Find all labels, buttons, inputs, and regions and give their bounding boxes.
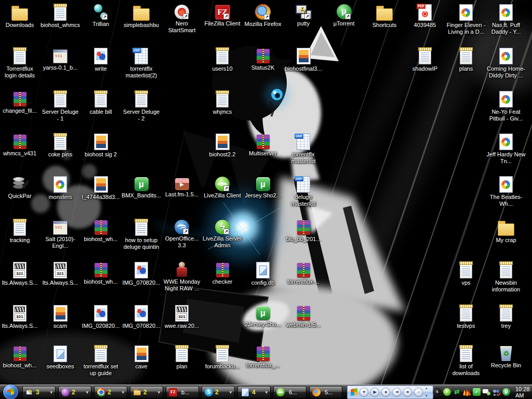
desktop-icon[interactable]: how to setup deluge quintin: [122, 218, 161, 250]
desktop-icon[interactable]: Server Deluge - 1: [41, 90, 80, 122]
desktop-icon[interactable]: simplebashbu: [122, 3, 161, 29]
tray-icon[interactable]: [483, 388, 490, 396]
desktop-icon[interactable]: Its.Always.S...: [41, 261, 80, 286]
desktop-icon[interactable]: shadowIP: [405, 47, 445, 72]
desktop-icon[interactable]: Its.Always.S...: [0, 304, 39, 329]
desktop-icon[interactable]: deluge masterlist: [284, 175, 323, 207]
desktop-icon[interactable]: biohost sig 2: [81, 132, 121, 158]
desktop-icon[interactable]: LiveZilla Client: [203, 175, 242, 199]
desktop-icon[interactable]: cave: [122, 344, 161, 370]
desktop-icon[interactable]: cable bill: [81, 90, 121, 115]
desktop-icon[interactable]: trey: [486, 304, 526, 329]
desktop-icon[interactable]: Multiserver: [243, 132, 283, 157]
desktop-icon[interactable]: plans: [446, 47, 486, 72]
desktop-icon[interactable]: torrentflx masterlist(2): [122, 47, 161, 79]
tray-icon[interactable]: [463, 388, 471, 396]
desktop-icon[interactable]: biohostfinal3...: [284, 47, 323, 72]
desktop-icon[interactable]: Last.fm-1.5...: [162, 175, 202, 198]
desktop-icon[interactable]: Salt (2010)-Engl...: [41, 218, 80, 249]
desktop-icon[interactable]: BMX_Bandits...: [122, 175, 161, 199]
desktop-icon[interactable]: biohost_wh...: [81, 261, 121, 285]
desktop-icon[interactable]: Finger Eleven - Living in a D...: [446, 3, 486, 35]
tray-icon[interactable]: [493, 388, 500, 396]
desktop-icon[interactable]: WWE Monday Night RAW ...: [162, 261, 202, 292]
desktop-icon[interactable]: torrentflux_...: [243, 344, 283, 369]
desktop-icon[interactable]: Newsbin information: [486, 261, 526, 293]
desktop-icon[interactable]: biohost2.2: [203, 132, 242, 158]
dropdown-arrow-icon[interactable]: [229, 390, 232, 395]
wmp-scroll-arrows-icon[interactable]: [425, 388, 430, 396]
desktop-icon[interactable]: list of downloads: [446, 344, 486, 377]
wmp-playback-button[interactable]: [370, 388, 379, 396]
wmp-playback-button[interactable]: [381, 388, 390, 396]
desktop-icon[interactable]: LiveZilla Server Admin: [203, 218, 242, 249]
desktop-icon[interactable]: wwe.raw.20...: [162, 304, 202, 329]
desktop-icon[interactable]: users10: [203, 47, 242, 72]
taskbar-window-button[interactable]: 2: [95, 387, 127, 398]
dropdown-arrow-icon[interactable]: [86, 390, 88, 395]
wmp-playback-button[interactable]: [360, 388, 368, 396]
desktop-icon[interactable]: coke pins: [41, 132, 80, 158]
wmp-playback-button[interactable]: [392, 388, 401, 396]
desktop-icon[interactable]: l_4744a38d3...: [81, 175, 121, 201]
taskbar-window-button[interactable]: 6...: [274, 387, 306, 398]
taskbar-window-button[interactable]: 2: [59, 387, 91, 398]
dropdown-arrow-icon[interactable]: [122, 390, 124, 395]
desktop-icon[interactable]: yarss-0.1_b...: [41, 47, 80, 71]
desktop-icon[interactable]: Nero StartSmart: [162, 3, 202, 34]
desktop-icon[interactable]: vps: [446, 261, 486, 286]
desktop-icon[interactable]: Status2K: [243, 47, 283, 71]
desktop-icon[interactable]: webmin-1.5...: [284, 304, 323, 328]
desktop-icon[interactable]: biohost_wh...: [0, 344, 39, 369]
desktop-icon[interactable]: Jeff Hardy New Tn...: [486, 132, 526, 165]
desktop-icon[interactable]: monsters: [41, 175, 80, 201]
wmp-playback-button[interactable]: [414, 388, 423, 396]
tray-icon[interactable]: [453, 388, 461, 396]
desktop-icon[interactable]: torrentflux set up guide: [81, 344, 121, 377]
tray-icon[interactable]: [443, 388, 451, 396]
desktop-icon[interactable]: changed_fil...: [0, 90, 39, 114]
desktop-icon[interactable]: My crap: [486, 218, 526, 244]
tray-icon[interactable]: [473, 388, 481, 396]
desktop-icon[interactable]: IMG_070820...: [122, 304, 161, 329]
desktop-icon[interactable]: FileZilla Client: [203, 3, 242, 27]
start-button[interactable]: [3, 384, 18, 399]
desktop-icon[interactable]: Mozilla Firefox: [243, 3, 283, 28]
desktop-icon[interactable]: torrentflx masterlist: [284, 132, 323, 165]
desktop-icon[interactable]: config.db: [243, 261, 283, 286]
desktop-icon[interactable]: seedboxes: [41, 344, 80, 370]
dropdown-arrow-icon[interactable]: [50, 390, 52, 395]
dropdown-arrow-icon[interactable]: [265, 390, 268, 395]
desktop-icon[interactable]: Server Deluge - 2: [122, 90, 161, 122]
desktop-icon[interactable]: Its.Always.S...: [0, 261, 39, 286]
wmp-playback-button[interactable]: [403, 388, 412, 396]
taskbar-window-button[interactable]: b...: [166, 387, 198, 398]
taskbar-window-button[interactable]: 4: [238, 387, 270, 398]
desktop-icon[interactable]: putty: [284, 3, 323, 27]
tray-icon[interactable]: [502, 388, 510, 396]
desktop-icon[interactable]: biohost_wh...: [81, 218, 121, 243]
desktop-icon[interactable]: tracking: [0, 218, 39, 244]
dropdown-arrow-icon[interactable]: [157, 390, 160, 395]
tray-icon[interactable]: [433, 388, 441, 396]
desktop-icon[interactable]: whjmcs: [203, 90, 242, 115]
desktop-icon[interactable]: checker: [203, 261, 242, 285]
desktop-icon[interactable]: Ne-Yo Feat Pitbull - Giv...: [486, 90, 526, 122]
taskbar-window-button[interactable]: 5...: [310, 387, 342, 398]
taskbar-window-button[interactable]: 3: [23, 387, 55, 398]
desktop-icon[interactable]: µTorrent: [324, 3, 364, 27]
desktop-icon[interactable]: 4039485: [405, 3, 445, 29]
desktop-icon[interactable]: IMG_070820...: [122, 261, 161, 286]
desktop-icon[interactable]: forumbacku...: [203, 344, 242, 370]
desktop-icon[interactable]: IMG_020820...: [81, 304, 121, 329]
desktop-icon[interactable]: write: [81, 47, 121, 72]
desktop-icon[interactable]: The Beatles-Wh...: [486, 175, 526, 207]
taskbar-window-button[interactable]: 2: [130, 387, 163, 398]
taskbar-window-button[interactable]: 2: [202, 387, 234, 398]
desktop-icon[interactable]: OpenOffice... 3.3: [162, 218, 202, 249]
desktop-icon[interactable]: blu_bb_201...: [284, 218, 323, 243]
desktop-icon[interactable]: Torrentflux login details: [0, 47, 39, 79]
desktop-icon[interactable]: torrentflux-...: [284, 261, 323, 285]
desktop-icon[interactable]: whmcs_v431: [0, 132, 39, 157]
desktop-icon[interactable]: Jersey.Sho2...: [243, 175, 283, 199]
